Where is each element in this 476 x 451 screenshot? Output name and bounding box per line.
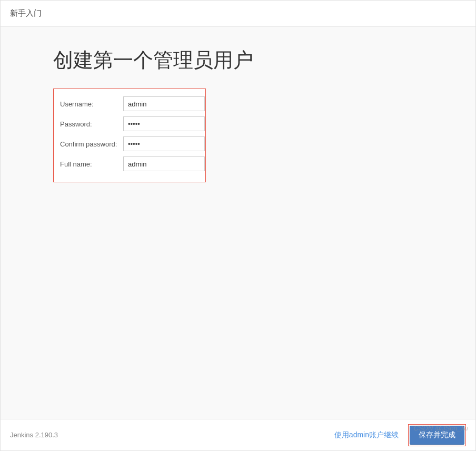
password-input[interactable] — [123, 116, 205, 131]
fullname-input[interactable] — [123, 156, 205, 171]
header: 新手入门 — [1, 1, 475, 27]
password-row: Password: — [60, 116, 198, 131]
fullname-row: Full name: — [60, 156, 198, 171]
header-title: 新手入门 — [10, 8, 42, 18]
version-text: Jenkins 2.190.3 — [10, 431, 58, 439]
admin-user-form: Username: Password: Confirm password: Fu… — [53, 89, 206, 182]
page-title: 创建第一个管理员用户 — [53, 47, 475, 74]
confirm-password-input[interactable] — [123, 136, 205, 151]
footer: Jenkins 2.190.3 使用admin账户继续 保存并完成 — [1, 419, 475, 450]
save-button-highlight: 保存并完成 — [408, 424, 466, 446]
main-content: 创建第一个管理员用户 Username: Password: Confirm p… — [1, 27, 475, 419]
username-row: Username: — [60, 96, 198, 111]
confirm-password-row: Confirm password: — [60, 136, 198, 151]
footer-actions: 使用admin账户继续 保存并完成 — [334, 424, 466, 446]
password-label: Password: — [60, 120, 123, 128]
wizard-container: 新手入门 创建第一个管理员用户 Username: Password: Conf… — [0, 0, 476, 451]
confirm-password-label: Confirm password: — [60, 140, 123, 148]
username-label: Username: — [60, 100, 123, 108]
username-input[interactable] — [123, 96, 205, 111]
save-and-finish-button[interactable]: 保存并完成 — [410, 426, 464, 445]
fullname-label: Full name: — [60, 160, 123, 168]
continue-as-admin-link[interactable]: 使用admin账户继续 — [334, 430, 399, 440]
